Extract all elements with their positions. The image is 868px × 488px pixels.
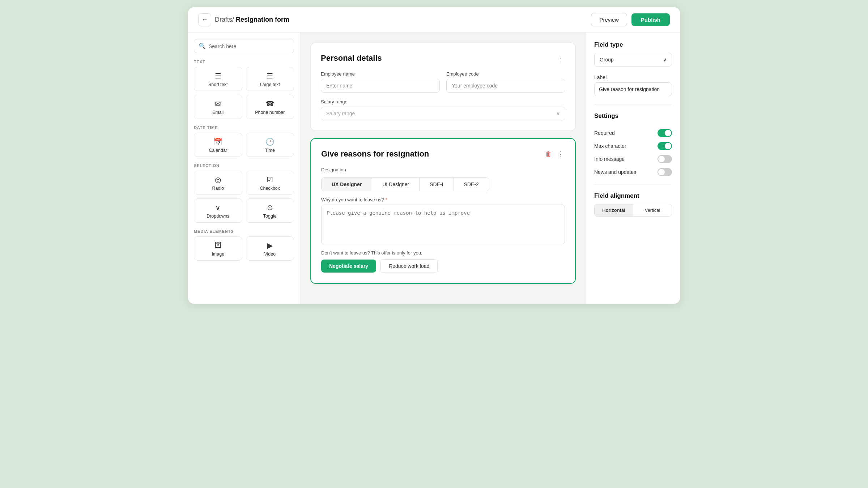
short-text-icon: ☰ xyxy=(215,72,221,80)
why-leave-textarea[interactable] xyxy=(321,205,565,244)
employee-code-group: Employee code xyxy=(446,71,565,93)
sidebar-item-dropdowns[interactable]: ∨ Dropdowns xyxy=(194,198,242,223)
sidebar-item-phone-number[interactable]: ☎ Phone number xyxy=(246,95,294,119)
section-label-text: TEXT xyxy=(194,60,294,64)
calendar-label: Calendar xyxy=(209,148,227,153)
required-star: * xyxy=(385,197,387,202)
required-toggle[interactable] xyxy=(658,129,672,137)
sidebar-item-video[interactable]: ▶ Video xyxy=(246,236,294,261)
checkbox-label: Checkbox xyxy=(260,186,280,191)
sidebar-item-calendar[interactable]: 📅 Calendar xyxy=(194,133,242,157)
negotiate-salary-button[interactable]: Negotiate salary xyxy=(321,260,376,273)
phone-icon: ☎ xyxy=(265,100,275,107)
calendar-icon: 📅 xyxy=(213,138,222,145)
card1-header: Personal details ⋮ xyxy=(321,53,565,63)
employee-name-input[interactable] xyxy=(321,79,440,93)
video-label: Video xyxy=(264,252,276,257)
card1-more-button[interactable]: ⋮ xyxy=(557,53,565,63)
phone-label: Phone number xyxy=(255,110,285,115)
card2-menu: 🗑 ⋮ xyxy=(545,149,565,159)
news-updates-toggle[interactable] xyxy=(658,168,672,176)
section-label-datetime: DATE TIME xyxy=(194,125,294,130)
toggle-label: Toggle xyxy=(263,214,277,219)
image-icon: 🖼 xyxy=(214,242,222,249)
time-icon: 🕐 xyxy=(265,138,275,145)
info-message-label: Info message xyxy=(594,156,625,162)
large-text-label: Large text xyxy=(260,82,280,87)
max-character-label: Max character xyxy=(594,143,626,149)
card2-delete-button[interactable]: 🗑 xyxy=(545,150,553,159)
reduce-workload-button[interactable]: Reduce work load xyxy=(380,259,438,273)
required-label: Required xyxy=(594,130,615,136)
designation-label: Designation xyxy=(321,167,565,172)
publish-button[interactable]: Publish xyxy=(631,13,670,26)
field-type-dropdown[interactable]: Group ∨ xyxy=(594,53,672,67)
salary-range-chevron-icon: ∨ xyxy=(556,111,560,116)
alignment-title: Field alignment xyxy=(594,192,672,200)
field-type-value: Group xyxy=(600,57,614,63)
info-message-toggle[interactable] xyxy=(658,155,672,163)
preview-button[interactable]: Preview xyxy=(591,13,627,26)
sidebar-item-short-text[interactable]: ☰ Short text xyxy=(194,67,242,91)
resignation-reasons-card: Give reasons for resignation 🗑 ⋮ Designa… xyxy=(310,138,576,284)
alignment-buttons: Horizontal Vertical xyxy=(594,204,672,217)
back-button[interactable]: ← xyxy=(198,13,211,26)
settings-title: Settings xyxy=(594,112,672,120)
align-horizontal-button[interactable]: Horizontal xyxy=(595,204,633,216)
sidebar-section-selection: SELECTION ◎ Radio ☑ Checkbox ∨ Dropdowns xyxy=(194,163,294,223)
header: ← Drafts/ Resignation form Preview Publi… xyxy=(188,7,680,33)
tab-sde-i[interactable]: SDE-I xyxy=(420,178,454,191)
main-layout: 🔍 TEXT ☰ Short text ☰ Large text ✉ xyxy=(188,33,680,304)
field-type-title: Field type xyxy=(594,41,672,48)
sidebar-section-datetime: DATE TIME 📅 Calendar 🕐 Time xyxy=(194,125,294,157)
search-input[interactable] xyxy=(209,43,289,49)
sidebar-section-media: MEDIA ELEMENTS 🖼 Image ▶ Video xyxy=(194,229,294,261)
chevron-down-icon: ∨ xyxy=(663,57,667,63)
alignment-section: Field alignment Horizontal Vertical xyxy=(594,192,672,217)
tab-ui-designer[interactable]: UI Designer xyxy=(372,178,420,191)
sidebar-item-large-text[interactable]: ☰ Large text xyxy=(246,67,294,91)
sidebar-item-toggle[interactable]: ⊙ Toggle xyxy=(246,198,294,223)
checkbox-icon: ☑ xyxy=(267,176,273,183)
sidebar-item-email[interactable]: ✉ Email xyxy=(194,95,242,119)
divider2 xyxy=(594,184,672,184)
action-row: Negotiate salary Reduce work load xyxy=(321,259,565,273)
tab-ux-designer[interactable]: UX Designer xyxy=(322,178,372,191)
card2-more-button[interactable]: ⋮ xyxy=(556,149,565,159)
card1-row1: Employee name Employee code xyxy=(321,71,565,93)
sidebar-item-radio[interactable]: ◎ Radio xyxy=(194,171,242,195)
image-label: Image xyxy=(212,252,224,257)
sidebar-item-time[interactable]: 🕐 Time xyxy=(246,133,294,157)
email-label: Email xyxy=(212,110,224,115)
tab-sde-2[interactable]: SDE-2 xyxy=(454,178,489,191)
why-leave-group: Why do you want to leave us?* xyxy=(321,197,565,244)
personal-details-card: Personal details ⋮ Employee name Employe… xyxy=(310,43,576,131)
news-updates-label: News and updates xyxy=(594,169,636,175)
settings-section: Settings Required Max character Info mes… xyxy=(594,112,672,176)
card1-menu: ⋮ xyxy=(557,53,565,63)
canvas: Personal details ⋮ Employee name Employe… xyxy=(300,33,586,304)
dropdowns-label: Dropdowns xyxy=(207,214,229,219)
salary-range-group: Salary range Salary range ∨ xyxy=(321,99,565,120)
email-icon: ✉ xyxy=(215,100,221,107)
sidebar: 🔍 TEXT ☰ Short text ☰ Large text ✉ xyxy=(188,33,300,304)
sidebar-item-checkbox[interactable]: ☑ Checkbox xyxy=(246,171,294,195)
employee-name-label: Employee name xyxy=(321,71,440,77)
sidebar-item-image[interactable]: 🖼 Image xyxy=(194,236,242,261)
why-leave-label: Why do you want to leave us?* xyxy=(321,197,565,202)
required-row: Required xyxy=(594,129,672,137)
employee-code-input[interactable] xyxy=(446,79,565,93)
label-input[interactable] xyxy=(594,82,672,96)
salary-range-select[interactable]: Salary range ∨ xyxy=(321,107,565,120)
video-icon: ▶ xyxy=(267,242,273,249)
section-label-selection: SELECTION xyxy=(194,163,294,168)
card2-header: Give reasons for resignation 🗑 ⋮ xyxy=(321,149,565,159)
align-vertical-button[interactable]: Vertical xyxy=(633,204,672,216)
max-character-row: Max character xyxy=(594,142,672,150)
app-container: ← Drafts/ Resignation form Preview Publi… xyxy=(188,7,680,304)
max-character-toggle[interactable] xyxy=(658,142,672,150)
page-title: Resignation form xyxy=(234,16,289,23)
field-type-section: Field type Group ∨ xyxy=(594,41,672,67)
dropdowns-icon: ∨ xyxy=(215,204,221,211)
header-left: ← Drafts/ Resignation form xyxy=(198,13,289,26)
